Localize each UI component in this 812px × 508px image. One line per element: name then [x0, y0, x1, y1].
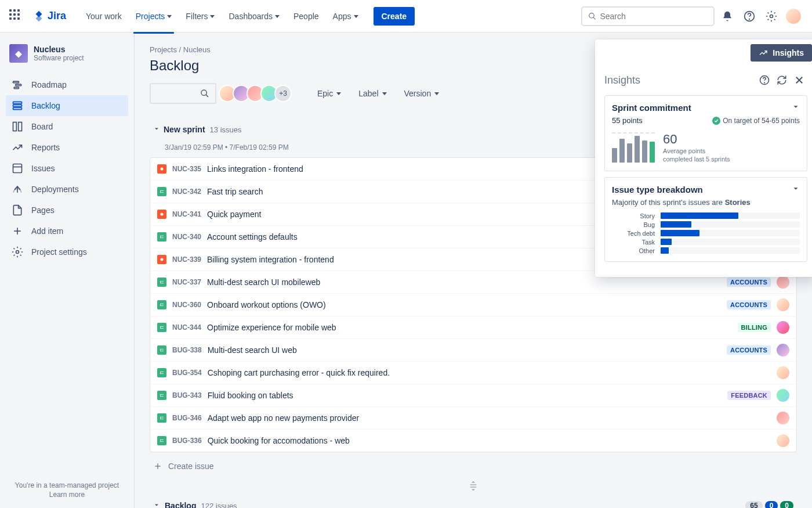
help-icon[interactable]: [756, 72, 773, 88]
issue-row[interactable]: NUC-344 Optimize experience for mobile w…: [150, 316, 796, 339]
story-icon: [157, 187, 166, 196]
issue-summary: Fluid booking on tablets: [208, 391, 722, 400]
chevron-down-icon: [275, 15, 280, 18]
nav-filters[interactable]: Filters: [180, 7, 220, 26]
settings-icon[interactable]: [762, 7, 781, 26]
sidebar-item-deployments[interactable]: Deployments: [6, 179, 128, 200]
create-issue-button[interactable]: Create issue: [150, 456, 797, 477]
project-header[interactable]: Nucleus Software project: [0, 44, 134, 74]
issue-key: BUG-354: [172, 369, 202, 377]
nav-projects[interactable]: Projects: [130, 7, 178, 26]
sprint-commitment-card: Sprint commitment 55 points On target of…: [604, 95, 807, 171]
chevron-down-icon[interactable]: [792, 185, 800, 194]
nav-dashboards[interactable]: Dashboards: [223, 7, 285, 26]
breakdown-chart: StoryBugTech debtTaskOther: [612, 212, 800, 254]
nav-your-work[interactable]: Your work: [80, 7, 128, 26]
epic-filter[interactable]: Epic: [311, 84, 347, 103]
row-label: Task: [612, 239, 655, 246]
issue-row[interactable]: BUG-336 Quick booking for accomodations …: [150, 430, 796, 452]
version-filter[interactable]: Version: [398, 84, 445, 103]
svg-rect-51: [160, 419, 164, 419]
issue-label: ACCOUNTS: [727, 345, 771, 355]
card-title: Sprint commitment: [612, 103, 792, 113]
svg-rect-7: [14, 87, 19, 89]
issue-summary: Onboard workout options (OWO): [207, 300, 721, 309]
svg-rect-53: [160, 439, 164, 440]
divider-handle[interactable]: [150, 478, 797, 494]
assignee-avatar[interactable]: [777, 389, 789, 402]
svg-rect-42: [160, 351, 164, 351]
main-content: Insights Projects / Nucleus Backlog +3 E…: [135, 33, 812, 508]
issue-row[interactable]: BUG-338 Multi-dest search UI web ACCOUNT…: [150, 339, 796, 362]
issue-summary: Quick booking for accomodations - web: [208, 436, 771, 445]
sprint-name: New sprint: [164, 125, 205, 134]
issue-search-input[interactable]: [150, 83, 216, 104]
search-input[interactable]: [600, 12, 708, 21]
close-icon[interactable]: [791, 72, 807, 88]
svg-rect-36: [160, 305, 164, 306]
sidebar-item-reports[interactable]: Reports: [6, 137, 128, 158]
svg-rect-52: [160, 417, 161, 419]
svg-rect-9: [13, 105, 22, 106]
profile-avatar[interactable]: [784, 7, 803, 26]
sidebar-menu: Roadmap Backlog Board Reports Issues Dep…: [0, 74, 134, 262]
issue-label: ACCOUNTS: [727, 278, 771, 287]
create-button[interactable]: Create: [374, 7, 415, 26]
nav-apps[interactable]: Apps: [327, 7, 364, 26]
backlog-name: Backlog: [165, 501, 196, 508]
global-search[interactable]: [581, 6, 715, 26]
issue-row[interactable]: NUC-360 Onboard workout options (OWO) AC…: [150, 294, 796, 316]
svg-rect-39: [160, 328, 164, 329]
issue-row[interactable]: BUG-346 Adapt web app no new payments pr…: [150, 407, 796, 430]
assignee-avatar[interactable]: [777, 321, 789, 334]
issue-row[interactable]: BUG-354 Cshoping cart purchasing error -…: [150, 362, 796, 384]
issue-key: BUG-338: [172, 346, 202, 354]
sprint-issue-count: 13 issues: [210, 125, 242, 134]
assignee-avatar[interactable]: [777, 298, 789, 311]
insights-button[interactable]: Insights: [751, 44, 812, 62]
chevron-down-icon[interactable]: [792, 103, 800, 113]
bar: [627, 143, 632, 163]
assignee-avatar[interactable]: [777, 434, 789, 447]
story-icon: [157, 278, 166, 287]
learn-more-link[interactable]: Learn more: [9, 491, 125, 499]
story-icon: [157, 413, 166, 423]
avg-points-label: Average pointscompleted last 5 sprints: [663, 147, 730, 164]
svg-rect-45: [160, 373, 164, 374]
svg-point-0: [589, 13, 594, 17]
assignee-avatar[interactable]: [777, 412, 789, 424]
svg-point-27: [161, 213, 164, 216]
nav-people[interactable]: People: [288, 7, 325, 26]
svg-rect-6: [16, 84, 21, 86]
jira-logo[interactable]: Jira: [32, 10, 66, 23]
sidebar-item-board[interactable]: Board: [6, 116, 128, 137]
assignee-filter[interactable]: +3: [222, 85, 292, 102]
sidebar-item-backlog[interactable]: Backlog: [6, 95, 128, 116]
assignee-avatar[interactable]: [777, 366, 789, 379]
issue-row[interactable]: BUG-343 Fluid booking on tablets FEEDBAC…: [150, 384, 796, 407]
sidebar-item-pages[interactable]: Pages: [6, 200, 128, 221]
assignee-avatar[interactable]: [777, 276, 789, 289]
logo-text: Jira: [48, 10, 66, 22]
app-switcher-icon[interactable]: [9, 9, 23, 23]
chevron-down-icon: [210, 15, 215, 18]
project-subtitle: Software project: [34, 54, 84, 62]
notifications-icon[interactable]: [718, 7, 737, 26]
svg-rect-28: [160, 236, 164, 236]
label-filter[interactable]: Label: [353, 84, 392, 103]
avatar-more[interactable]: +3: [274, 85, 292, 102]
svg-rect-26: [160, 190, 161, 193]
collapse-icon[interactable]: [153, 501, 160, 508]
sidebar-item-roadmap[interactable]: Roadmap: [6, 74, 128, 95]
sidebar-item-settings[interactable]: Project settings: [6, 242, 128, 262]
issue-key: BUG-346: [172, 414, 202, 422]
sidebar-item-add[interactable]: Add item: [6, 221, 128, 242]
card-description: Majority of this sprint's issues are Sto…: [612, 198, 800, 207]
svg-point-23: [161, 168, 164, 171]
refresh-icon[interactable]: [774, 72, 790, 88]
collapse-icon[interactable]: [153, 125, 160, 134]
help-icon[interactable]: [740, 7, 759, 26]
svg-rect-30: [160, 236, 161, 238]
sidebar-item-issues[interactable]: Issues: [6, 158, 128, 179]
assignee-avatar[interactable]: [777, 344, 789, 356]
